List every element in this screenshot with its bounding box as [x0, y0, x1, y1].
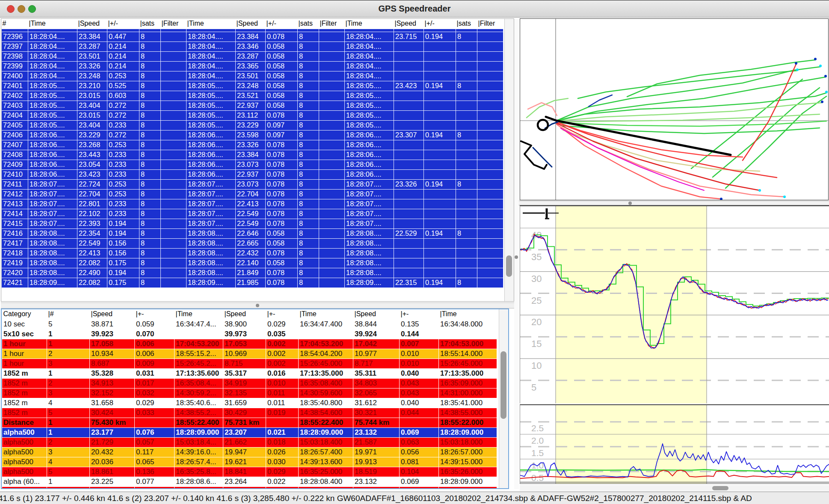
stats-cell[interactable]: Distance — [2, 418, 47, 427]
track-row[interactable]: 7241018:28:06....23.4230.233818:28:06...… — [2, 169, 503, 179]
track-cell[interactable]: 72402 — [2, 91, 28, 101]
column-header[interactable]: |+/- — [107, 19, 139, 29]
track-cell[interactable]: 8 — [139, 160, 161, 169]
column-header[interactable]: |sats — [298, 19, 319, 29]
stats-cell[interactable]: 15:03:18.400 — [299, 437, 353, 447]
stats-cell[interactable]: 1 — [47, 477, 90, 486]
track-cell[interactable]: 8 — [139, 51, 161, 61]
track-cell[interactable]: 72411 — [2, 179, 28, 189]
track-cell[interactable]: 72415 — [2, 219, 28, 228]
stats-cell[interactable]: 16:35:09.000 — [439, 378, 497, 388]
stats-cell[interactable]: 10 sec — [2, 319, 47, 329]
track-cell[interactable] — [394, 120, 424, 130]
track-cell[interactable]: 0.194 — [424, 32, 456, 42]
track-table-scrollbar[interactable] — [504, 19, 514, 301]
track-row[interactable]: 7239518:28:03....23.5010.369818:28:03...… — [2, 29, 503, 32]
track-cell[interactable] — [456, 199, 477, 209]
track-cell[interactable]: 18:28:06.... — [187, 130, 236, 140]
column-header[interactable]: |Speed — [394, 19, 424, 29]
track-cell[interactable]: 8 — [298, 81, 319, 91]
track-cell[interactable]: 22.315 — [394, 278, 424, 288]
track-cell[interactable]: 22.432 — [236, 248, 266, 258]
track-cell[interactable]: 23.248 — [77, 71, 107, 81]
track-cell[interactable]: 8 — [298, 140, 319, 150]
chart-horizontal-scrollbar[interactable] — [520, 485, 829, 491]
splitter-grip-icon[interactable] — [515, 255, 518, 259]
track-cell[interactable]: 23.423 — [394, 81, 424, 91]
track-cell[interactable] — [394, 51, 424, 61]
track-cell[interactable]: 8 — [139, 258, 161, 268]
stats-row[interactable]: alpha500221.7290.05715:03:18.4...21.6620… — [2, 437, 497, 447]
track-cell[interactable]: 72406 — [2, 130, 28, 140]
stats-cell[interactable]: 14:30:59.2... — [175, 388, 223, 398]
track-cell[interactable] — [477, 169, 503, 179]
column-header[interactable]: |Speed — [90, 309, 135, 319]
track-cell[interactable]: 8 — [139, 199, 161, 209]
column-header[interactable]: |Time — [175, 309, 223, 319]
track-cell[interactable]: 0.058 — [266, 101, 298, 110]
track-cell[interactable] — [394, 110, 424, 120]
stats-cell[interactable]: 18:28:09.000 — [175, 427, 223, 437]
stats-cell[interactable]: 0.010 — [266, 378, 299, 388]
track-cell[interactable]: 22.665 — [236, 238, 266, 248]
track-cell[interactable]: 72419 — [2, 258, 28, 268]
track-row[interactable]: 7241618:28:08....22.3540.194818:28:08...… — [2, 228, 503, 238]
splitter-grip-icon[interactable] — [628, 202, 632, 205]
stats-cell[interactable]: 0.057 — [135, 437, 175, 447]
track-cell[interactable]: 0.078 — [266, 199, 298, 209]
track-cell[interactable]: 22.937 — [236, 169, 266, 179]
stats-cell[interactable]: 0.032 — [135, 388, 175, 398]
track-points-table[interactable]: #|Time|Speed|+/-|sats|Filter|Time|Speed|… — [1, 19, 503, 288]
track-cell[interactable] — [319, 278, 345, 288]
stats-row[interactable]: 10 sec538.8710.05916:34:47.4...38.9000.0… — [2, 319, 497, 329]
track-cell[interactable]: 18:28:07.... — [345, 219, 394, 228]
stats-row[interactable]: Distance175.430 km18:55:22.40075.731 km1… — [2, 418, 497, 427]
track-cell[interactable]: 22.082 — [77, 258, 107, 268]
column-header[interactable]: |Time — [28, 19, 77, 29]
track-cell[interactable]: 23.501 — [77, 29, 107, 32]
stats-cell[interactable]: 0.029 — [135, 398, 175, 408]
stats-cell[interactable]: 0.059 — [135, 319, 175, 329]
stats-cell[interactable]: 0.063 — [400, 437, 439, 447]
track-cell[interactable]: 0.194 — [424, 179, 456, 189]
track-row[interactable]: 7239718:28:04....23.2870.214818:28:04...… — [2, 42, 503, 51]
track-cell[interactable] — [319, 110, 345, 120]
track-cell[interactable]: 72418 — [2, 248, 28, 258]
track-cell[interactable]: 23.501 — [236, 71, 266, 81]
track-cell[interactable] — [394, 150, 424, 160]
track-cell[interactable]: 72404 — [2, 110, 28, 120]
stats-cell[interactable]: 0.070 — [135, 329, 175, 339]
track-cell[interactable] — [477, 219, 503, 228]
track-cell[interactable]: 22.801 — [77, 199, 107, 209]
track-cell[interactable]: 0.194 — [107, 228, 139, 238]
pane-vertical-splitter[interactable] — [514, 18, 519, 489]
track-cell[interactable] — [161, 110, 187, 120]
track-cell[interactable]: 18:28:04.... — [345, 61, 394, 71]
stats-cell[interactable]: 0.077 — [135, 477, 175, 486]
track-cell[interactable]: 23.326 — [236, 140, 266, 150]
track-cell[interactable]: 22.937 — [236, 101, 266, 110]
track-cell[interactable] — [424, 189, 456, 199]
stats-cell[interactable]: 4 — [47, 398, 90, 408]
stats-cell[interactable]: 20.432 — [90, 447, 135, 457]
stats-cell[interactable]: 18:55:15.2... — [175, 349, 223, 359]
track-cell[interactable]: 22.549 — [236, 219, 266, 228]
track-cell[interactable] — [477, 51, 503, 61]
track-cell[interactable]: 18:28:06.... — [187, 160, 236, 169]
stats-cell[interactable]: 21.729 — [90, 437, 135, 447]
stats-table-scrollbar-thumb[interactable] — [500, 351, 506, 419]
track-cell[interactable]: 0.603 — [107, 91, 139, 101]
track-cell[interactable] — [319, 51, 345, 61]
stats-cell[interactable]: 0.035 — [266, 329, 299, 339]
track-cell[interactable] — [456, 140, 477, 150]
track-cell[interactable] — [456, 61, 477, 71]
stats-cell[interactable]: 2 — [47, 378, 90, 388]
track-cell[interactable] — [477, 199, 503, 209]
track-cell[interactable]: 8 — [139, 189, 161, 199]
track-cell[interactable]: 0.272 — [107, 101, 139, 110]
right-horizontal-splitter[interactable] — [519, 201, 829, 205]
track-row[interactable]: 7240618:28:06....23.2290.272818:28:06...… — [2, 130, 503, 140]
track-cell[interactable]: 8 — [139, 179, 161, 189]
track-cell[interactable] — [394, 209, 424, 219]
stats-cell[interactable]: 18:28:09.000 — [439, 427, 497, 437]
